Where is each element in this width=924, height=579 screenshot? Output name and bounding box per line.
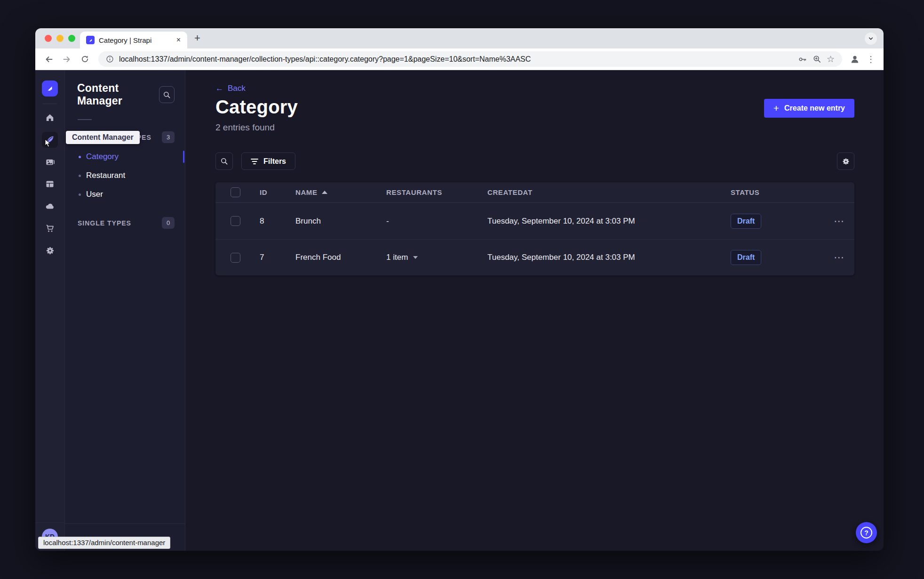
create-button-label: Create new entry <box>784 104 845 113</box>
subnav-title: Content Manager <box>77 82 159 107</box>
entries-table: ID NAME RESTAURANTS CREATEDAT STATUS 8 <box>215 182 854 275</box>
cell-name: French Food <box>295 253 386 262</box>
sidebar-item-label: Restaurant <box>86 171 125 180</box>
filters-button[interactable]: Filters <box>241 153 295 170</box>
restaurants-count-label: 1 item <box>386 253 408 262</box>
single-types-count-badge: 0 <box>162 217 175 229</box>
rail-divider <box>43 104 57 104</box>
sort-asc-icon <box>322 191 327 194</box>
back-link[interactable]: ← Back <box>215 84 246 93</box>
tab-close-icon[interactable]: × <box>175 35 183 45</box>
collection-types-count-badge: 3 <box>162 131 175 143</box>
col-header-name-label: NAME <box>295 188 318 196</box>
table-header-row: ID NAME RESTAURANTS CREATEDAT STATUS <box>215 182 854 203</box>
main-content: ← Back Category + Create new entry 2 ent… <box>185 70 884 551</box>
select-all-checkbox[interactable] <box>231 187 240 197</box>
cell-id: 8 <box>260 217 295 226</box>
subnav-divider <box>78 119 92 120</box>
rail-nav <box>42 110 58 258</box>
desktop: Category | Strapi × + local <box>0 0 924 579</box>
chevron-down-icon <box>868 36 874 41</box>
forward-nav-icon[interactable] <box>60 52 74 66</box>
cell-createdat: Tuesday, September 10, 2024 at 3:03 PM <box>487 253 731 262</box>
row-actions-menu-icon[interactable]: ⋯ <box>834 216 844 226</box>
row-checkbox[interactable] <box>231 216 240 226</box>
table-row[interactable]: 8 Brunch - Tuesday, September 10, 2024 a… <box>215 203 854 239</box>
maximize-window-button[interactable] <box>68 35 75 42</box>
sidebar-item-category[interactable]: Category <box>65 147 185 166</box>
home-icon[interactable] <box>42 110 58 126</box>
settings-gear-icon[interactable] <box>42 242 58 258</box>
browser-menu-icon[interactable]: ⋮ <box>865 55 877 64</box>
bookmark-star-icon[interactable]: ☆ <box>827 55 835 64</box>
strapi-admin-page: KD Content Manager COLLECTION TYPES 3 <box>35 70 884 551</box>
tab-strip: Category | Strapi × + <box>35 28 884 48</box>
view-settings-button[interactable] <box>837 153 854 170</box>
zoom-icon[interactable] <box>812 55 821 64</box>
tab-search-button[interactable] <box>865 32 877 45</box>
back-arrow-icon: ← <box>215 84 223 93</box>
back-label: Back <box>228 84 246 93</box>
single-types-label: SINGLE TYPES <box>78 219 131 227</box>
row-checkbox[interactable] <box>231 253 240 263</box>
browser-tab[interactable]: Category | Strapi × <box>80 32 187 48</box>
plus-icon: + <box>773 103 779 113</box>
gear-icon <box>842 157 850 166</box>
filter-icon <box>251 158 258 165</box>
sidebar-item-label: User <box>86 190 103 199</box>
status-badge: Draft <box>731 250 761 265</box>
url-text[interactable]: localhost:1337/admin/content-manager/col… <box>119 55 793 64</box>
cell-name: Brunch <box>295 217 386 226</box>
filters-label: Filters <box>263 157 286 166</box>
bullet-icon <box>79 156 81 158</box>
entries-count-text: 2 entries found <box>215 122 854 133</box>
tab-title: Category | Strapi <box>99 36 170 44</box>
status-bar-link-preview: localhost:1337/admin/content-manager <box>38 537 170 549</box>
browser-window: Category | Strapi × + local <box>35 28 884 551</box>
create-new-entry-button[interactable]: + Create new entry <box>764 99 854 118</box>
content-manager-tooltip: Content Manager <box>66 131 140 144</box>
cursor-pointer <box>44 139 52 150</box>
cell-createdat: Tuesday, September 10, 2024 at 3:03 PM <box>487 217 731 226</box>
subnav-search-button[interactable] <box>159 86 175 103</box>
bullet-icon <box>79 193 81 196</box>
back-nav-icon[interactable] <box>42 52 56 66</box>
chevron-down-icon <box>413 256 418 259</box>
cell-restaurants[interactable]: 1 item <box>386 253 487 262</box>
col-header-restaurants[interactable]: RESTAURANTS <box>386 188 487 196</box>
media-library-icon[interactable] <box>42 154 58 170</box>
reload-icon[interactable] <box>78 52 92 66</box>
new-tab-button[interactable]: + <box>194 33 200 43</box>
list-actions-row: Filters <box>215 153 854 170</box>
page-title: Category <box>215 96 298 117</box>
content-type-builder-icon[interactable] <box>42 176 58 192</box>
row-actions-menu-icon[interactable]: ⋯ <box>834 252 844 263</box>
col-header-name[interactable]: NAME <box>295 188 386 196</box>
sidebar-item-label: Category <box>86 152 119 161</box>
minimize-window-button[interactable] <box>56 35 64 42</box>
col-header-createdat[interactable]: CREATEDAT <box>487 188 731 196</box>
search-entries-button[interactable] <box>215 153 233 170</box>
strapi-favicon-icon <box>86 36 95 44</box>
cloud-icon[interactable] <box>42 198 58 214</box>
sidebar-item-restaurant[interactable]: Restaurant <box>65 166 185 185</box>
search-icon <box>220 157 228 165</box>
close-window-button[interactable] <box>45 35 52 42</box>
url-bar[interactable]: localhost:1337/admin/content-manager/col… <box>98 51 842 67</box>
bullet-icon <box>79 175 81 177</box>
traffic-lights <box>45 35 75 42</box>
col-header-id[interactable]: ID <box>260 188 295 196</box>
password-key-icon[interactable] <box>798 55 807 64</box>
browser-toolbar: localhost:1337/admin/content-manager/col… <box>35 48 884 70</box>
question-mark-icon: ? <box>860 527 872 539</box>
info-icon[interactable] <box>106 55 114 63</box>
marketplace-cart-icon[interactable] <box>42 220 58 236</box>
browser-profile-icon[interactable] <box>849 53 861 65</box>
sidebar-item-user[interactable]: User <box>65 185 185 204</box>
help-button[interactable]: ? <box>856 522 877 543</box>
single-types-section: SINGLE TYPES 0 <box>65 217 185 229</box>
table-row[interactable]: 7 French Food 1 item Tuesday, September … <box>215 239 854 275</box>
cell-restaurants: - <box>386 217 487 226</box>
strapi-logo[interactable] <box>42 80 58 96</box>
col-header-status[interactable]: STATUS <box>731 188 823 196</box>
